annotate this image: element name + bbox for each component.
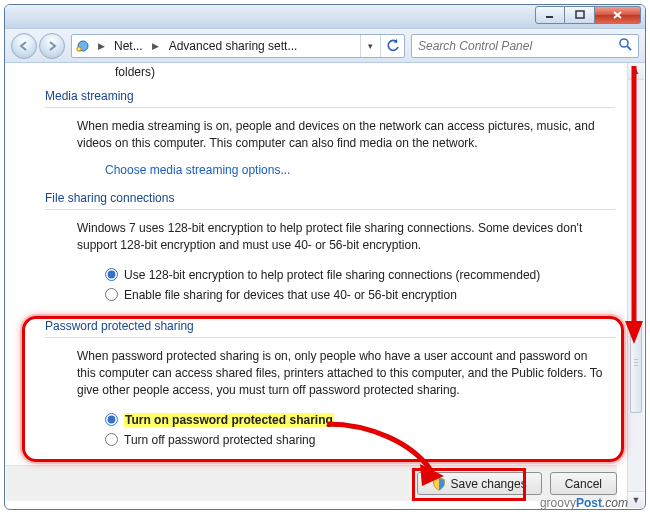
save-changes-button[interactable]: Save changes	[417, 472, 542, 495]
radio-4056bit-label: Enable file sharing for devices that use…	[124, 288, 457, 302]
search-box[interactable]	[411, 34, 639, 58]
network-icon	[72, 38, 94, 54]
section-heading-fileconn: File sharing connections	[45, 191, 615, 205]
radio-4056bit-input[interactable]	[105, 288, 118, 301]
back-button[interactable]	[11, 33, 37, 59]
radio-128bit-input[interactable]	[105, 268, 118, 281]
chevron-right-icon[interactable]: ▶	[149, 35, 163, 57]
breadcrumb-seg1[interactable]: Net...	[108, 35, 149, 57]
svg-point-3	[77, 46, 81, 50]
address-bar[interactable]: ▶ Net... ▶ Advanced sharing sett... ▾	[71, 34, 405, 58]
refresh-button[interactable]	[380, 35, 404, 57]
breadcrumb-dropdown[interactable]: ▾	[360, 35, 380, 57]
minimize-button[interactable]	[535, 6, 565, 24]
navbar: ▶ Net... ▶ Advanced sharing sett... ▾	[5, 29, 645, 63]
titlebar	[5, 5, 645, 29]
search-icon[interactable]	[618, 37, 632, 54]
fileconn-description: Windows 7 uses 128-bit encryption to hel…	[77, 220, 609, 255]
svg-line-5	[627, 46, 631, 50]
radio-pps-on-input[interactable]	[105, 413, 118, 426]
radio-128bit[interactable]: Use 128-bit encryption to help protect f…	[105, 265, 615, 285]
svg-rect-1	[576, 11, 584, 18]
cancel-button[interactable]: Cancel	[550, 472, 617, 495]
media-streaming-link[interactable]: Choose media streaming options...	[105, 163, 290, 177]
settings-body: folders) Media streaming When media stre…	[5, 63, 645, 456]
window-controls	[535, 6, 641, 24]
control-panel-window: ▶ Net... ▶ Advanced sharing sett... ▾ ▲ …	[4, 4, 646, 510]
media-description: When media streaming is on, people and d…	[77, 118, 609, 153]
shield-icon	[432, 477, 446, 491]
chevron-right-icon[interactable]: ▶	[94, 35, 108, 57]
radio-128bit-label: Use 128-bit encryption to help protect f…	[124, 268, 540, 282]
save-label: Save changes	[451, 477, 527, 491]
breadcrumb-seg2[interactable]: Advanced sharing sett...	[163, 35, 304, 57]
radio-pps-off-input[interactable]	[105, 433, 118, 446]
section-heading-pps: Password protected sharing	[45, 319, 615, 333]
button-bar: Save changes Cancel	[6, 465, 617, 501]
svg-point-4	[620, 39, 628, 47]
cancel-label: Cancel	[565, 477, 602, 491]
search-input[interactable]	[418, 39, 618, 53]
pps-description: When password protected sharing is on, o…	[77, 348, 609, 400]
radio-4056bit[interactable]: Enable file sharing for devices that use…	[105, 285, 615, 305]
prev-section-fragment: folders)	[115, 65, 615, 79]
watermark: groovyPost.com	[540, 496, 628, 510]
forward-button[interactable]	[39, 33, 65, 59]
radio-pps-off[interactable]: Turn off password protected sharing	[105, 430, 615, 450]
radio-pps-off-label: Turn off password protected sharing	[124, 433, 315, 447]
section-heading-media: Media streaming	[45, 89, 615, 103]
radio-pps-on-label: Turn on password protected sharing	[124, 413, 334, 427]
close-button[interactable]	[595, 6, 641, 24]
maximize-button[interactable]	[565, 6, 595, 24]
radio-pps-on[interactable]: Turn on password protected sharing	[105, 410, 615, 430]
